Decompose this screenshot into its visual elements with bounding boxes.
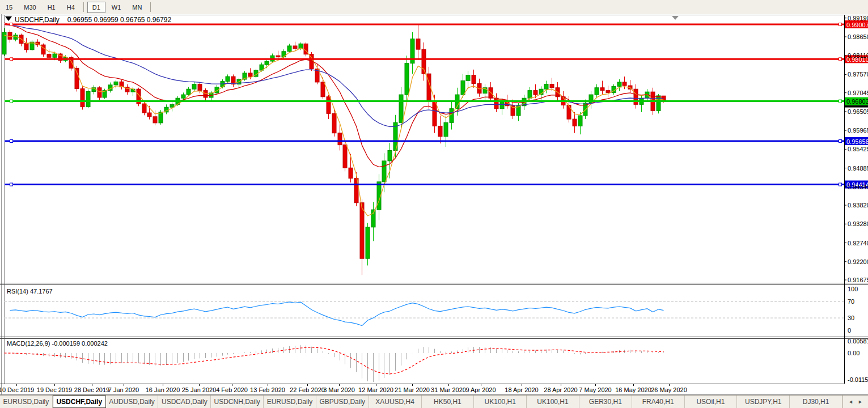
candle-bear <box>8 32 12 39</box>
chart-canvas[interactable]: 0.990070.980100.968030.956580.94414 0.99… <box>0 14 868 396</box>
chart-title-ohlc: 0.96955 0.96959 0.96765 0.96792 <box>67 16 172 24</box>
tab-audusd-daily[interactable]: AUDUSD,Daily <box>106 396 159 408</box>
candle-bear <box>142 104 146 113</box>
price-tick-label: 0.93280 <box>848 220 868 227</box>
date-tick-label: 7 May 2020 <box>579 386 611 393</box>
candle-bull <box>287 46 291 52</box>
date-tick-label: 25 Jan 2020 <box>182 386 217 393</box>
date-tick-label: 4 Feb 2020 <box>216 386 248 393</box>
timeframe-toolbar: 15M30H1H4D1W1MN <box>0 0 868 15</box>
tab-scroll-right-icon[interactable]: ► <box>858 399 863 405</box>
candle-bear <box>24 44 28 50</box>
candle-bull <box>371 210 375 227</box>
timeframe-button-d1[interactable]: D1 <box>87 2 105 13</box>
hline-anchor[interactable] <box>839 183 842 186</box>
chart-window[interactable]: 0.990070.980100.968030.956580.94414 0.99… <box>0 14 868 396</box>
price-tick-label: 0.98650 <box>848 33 868 40</box>
timeframe-button-h1[interactable]: H1 <box>43 2 61 13</box>
macd-tick-label: -0.01151 <box>848 376 868 383</box>
price-tick-label: 0.97570 <box>848 71 868 78</box>
tab-uk100-h1[interactable]: UK100,H1 <box>474 396 527 408</box>
candle-bear <box>293 46 297 49</box>
rsi-tick-label: 100 <box>848 286 858 292</box>
date-tick-label: 28 Dec 2019 <box>74 386 109 393</box>
hline-anchor[interactable] <box>10 183 13 186</box>
macd-label: MACD(12,26,9) -0.000159 0.000242 <box>7 340 108 347</box>
date-tick-label: 16 Jan 2020 <box>146 386 180 393</box>
candle-bull <box>500 101 504 108</box>
candle-bear <box>438 126 442 136</box>
candle-bear <box>198 84 202 91</box>
hline-anchor[interactable] <box>839 100 842 103</box>
date-tick-label: 26 May 2020 <box>651 386 687 393</box>
timeframe-button-h4[interactable]: H4 <box>62 2 80 13</box>
candle-bear <box>567 105 571 120</box>
tab-dj30-h1[interactable]: DJ30,H1 <box>790 396 842 408</box>
candle-bear <box>533 91 537 95</box>
hline-anchor[interactable] <box>839 140 842 143</box>
rsi-tick-label: 0 <box>848 327 851 334</box>
tab-xauusd-h4[interactable]: XAUUSD,H4 <box>369 396 422 408</box>
date-tick-label: 12 Mar 2020 <box>358 386 393 393</box>
date-tick-label: 10 Dec 2019 <box>0 386 34 393</box>
date-tick-label: 16 May 2020 <box>615 386 651 393</box>
hline-anchor[interactable] <box>10 140 13 143</box>
candle-bull <box>226 76 230 82</box>
date-tick-label: 18 Apr 2020 <box>505 386 538 393</box>
tab-eurusd-daily[interactable]: EURUSD,Daily <box>0 396 53 408</box>
tab-usdchf-daily[interactable]: USDCHF,Daily <box>53 396 106 408</box>
rsi-label: RSI(14) 47.1767 <box>7 288 53 295</box>
tab-gbpusd-daily[interactable]: GBPUSD,Daily <box>316 396 369 408</box>
tab-uk100-h1[interactable]: UK100,H1 <box>527 396 579 408</box>
candle-bear <box>634 89 638 104</box>
timeframe-button-mn[interactable]: MN <box>127 2 147 13</box>
tab-ger30-h1[interactable]: GER30,H1 <box>579 396 632 408</box>
candle-bear <box>321 82 325 97</box>
timeframe-button-w1[interactable]: W1 <box>107 2 126 13</box>
tab-usdcad-daily[interactable]: USDCAD,Daily <box>158 396 211 408</box>
hline-anchor[interactable] <box>10 23 13 26</box>
tab-usoil-h1[interactable]: USOil,H1 <box>685 396 738 408</box>
price-tick-label: 0.93820 <box>848 202 868 209</box>
tab-hk50-h1[interactable]: HK50,H1 <box>422 396 475 408</box>
hline-price-label: 0.95658 <box>846 138 868 145</box>
price-tick-label: 0.99190 <box>848 15 868 22</box>
tab-eurusd-daily[interactable]: EURUSD,Daily <box>264 396 316 408</box>
candle-bull <box>466 75 470 81</box>
candle-bull <box>388 150 392 160</box>
candle-bull <box>528 91 532 99</box>
tab-fra40-h1[interactable]: FRA40,H1 <box>632 396 685 408</box>
candle-bull <box>382 161 386 182</box>
candle-bear <box>75 68 79 88</box>
hline-anchor[interactable] <box>839 23 842 26</box>
candle-bear <box>147 113 151 117</box>
candle-bull <box>366 227 370 258</box>
date-tick-label: 22 Feb 2020 <box>290 386 325 393</box>
candle-bear <box>416 39 420 49</box>
hline-anchor[interactable] <box>10 58 13 61</box>
hline-anchor[interactable] <box>839 58 842 61</box>
tab-usdcnh-daily[interactable]: USDCNH,Daily <box>211 396 264 408</box>
timeframe-button-15[interactable]: 15 <box>1 2 18 13</box>
date-tick-label: 9 Apr 2020 <box>465 386 496 393</box>
date-tick-label: 28 Apr 2020 <box>544 386 577 393</box>
candle-bull <box>595 88 599 95</box>
candle-bear <box>332 113 336 133</box>
candle-bull <box>617 82 621 86</box>
symbol-tabbar: EURUSD,DailyUSDCHF,DailyAUDUSD,DailyUSDC… <box>0 395 868 408</box>
macd-tick-label: 0.005818 <box>848 338 868 345</box>
candle-bear <box>600 88 604 91</box>
candle-bear <box>204 91 208 97</box>
candle-bull <box>405 63 409 95</box>
candle-bull <box>181 95 185 98</box>
tab-usdjpy-h1[interactable]: USDJPY,H1 <box>737 396 790 408</box>
candle-bull <box>53 54 57 57</box>
candle-bull <box>282 52 286 57</box>
candle-bear <box>47 54 51 58</box>
timeframe-button-m30[interactable]: M30 <box>19 2 41 13</box>
hline-anchor[interactable] <box>10 100 13 103</box>
date-tick-label: 13 Feb 2020 <box>250 386 285 393</box>
tab-scroll: ◄► <box>842 396 868 408</box>
tab-scroll-left-icon[interactable]: ◄ <box>848 399 853 405</box>
price-tick-label: 0.94885 <box>848 165 868 172</box>
